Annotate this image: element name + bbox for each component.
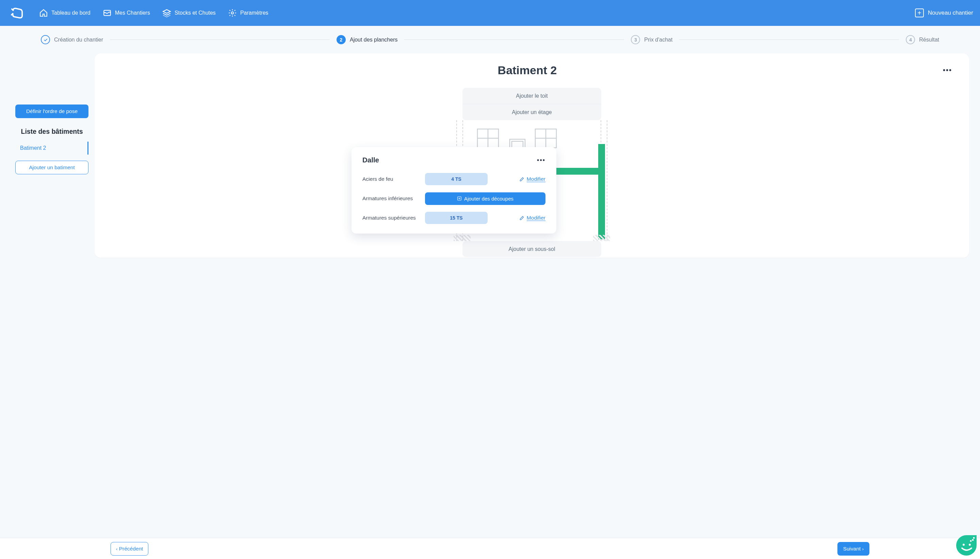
nav-projects[interactable]: Mes Chantiers: [103, 8, 150, 17]
slab-title: Dalle: [362, 156, 379, 164]
slab-panel: Dalle ••• Aciers de feu 4 TS Modifier Ar…: [351, 147, 556, 233]
new-project-button[interactable]: + Nouveau chantier: [915, 8, 973, 17]
svg-point-15: [972, 539, 974, 541]
app-header: Tableau de bord Mes Chantiers Stocks et …: [0, 0, 980, 26]
modify-upper-reinf-link[interactable]: Modifier: [519, 215, 546, 221]
add-roof-button[interactable]: Ajouter le toit: [462, 88, 601, 104]
plus-icon: +: [915, 8, 924, 17]
add-building-button[interactable]: Ajouter un batiment: [15, 161, 89, 174]
edit-icon: [519, 215, 525, 221]
add-floor-button[interactable]: Ajouter un étage: [462, 104, 601, 120]
plus-square-icon: [457, 196, 462, 201]
row-label: Armatures supérieures: [362, 215, 419, 221]
building-list-item[interactable]: Batiment 2: [15, 142, 89, 155]
slab-row-lower-reinf: Armatures inférieures Ajouter des découp…: [362, 192, 546, 205]
sidebar-title: Liste des bâtiments: [15, 128, 89, 136]
home-icon: [39, 8, 48, 17]
add-cuts-label: Ajouter des découpes: [464, 196, 513, 202]
step-line: [110, 40, 330, 40]
modify-label: Modifier: [527, 176, 546, 182]
nav-settings-label: Paramètres: [240, 10, 269, 16]
building-more-icon[interactable]: •••: [943, 66, 952, 74]
prev-label: Précédent: [119, 546, 143, 551]
define-order-button[interactable]: Définir l'ordre de pose: [15, 104, 89, 118]
upper-reinf-value[interactable]: 15 TS: [425, 212, 488, 224]
row-label: Armatures inférieures: [362, 195, 419, 202]
next-button[interactable]: Suivant ›: [837, 542, 869, 556]
new-project-label: Nouveau chantier: [928, 10, 973, 17]
nav-projects-label: Mes Chantiers: [115, 10, 150, 16]
slab-row-upper-reinf: Armatures supérieures 15 TS Modifier: [362, 212, 546, 224]
fire-steel-value[interactable]: 4 TS: [425, 173, 488, 185]
nav-settings[interactable]: Paramètres: [228, 8, 269, 17]
slab-more-icon[interactable]: •••: [537, 157, 546, 164]
step-4[interactable]: 4 Résultat: [906, 35, 939, 44]
step-line: [679, 40, 899, 40]
step-line: [404, 40, 624, 40]
svg-point-14: [970, 540, 972, 542]
floor-connector: [598, 144, 605, 239]
svg-point-16: [973, 537, 975, 539]
nav-stocks-label: Stocks et Chutes: [175, 10, 216, 16]
step-4-label: Résultat: [919, 37, 939, 43]
previous-button[interactable]: ‹ Précédent: [111, 542, 148, 556]
buildings-sidebar: Définir l'ordre de pose Liste des bâtime…: [0, 53, 95, 174]
step-2[interactable]: 2 Ajout des planchers: [337, 35, 398, 44]
app-logo[interactable]: [7, 3, 27, 23]
gear-icon: [228, 8, 237, 17]
wizard-footer: ‹ Précédent Suivant ›: [0, 538, 980, 559]
svg-point-17: [963, 544, 965, 546]
step-3-label: Prix d'achat: [644, 37, 672, 43]
projects-icon: [103, 8, 112, 17]
step-1[interactable]: Création du chantier: [41, 35, 103, 44]
ground-hatch: [593, 235, 610, 241]
edit-icon: [519, 177, 525, 182]
modify-label: Modifier: [527, 215, 546, 221]
step-2-label: Ajout des planchers: [350, 37, 398, 43]
nav-dashboard[interactable]: Tableau de bord: [39, 8, 91, 17]
logo-icon: [10, 7, 23, 20]
svg-point-18: [969, 544, 971, 546]
step-3-number: 3: [631, 35, 640, 44]
step-4-number: 4: [906, 35, 915, 44]
add-cuts-button[interactable]: Ajouter des découpes: [425, 192, 546, 205]
step-1-label: Création du chantier: [54, 37, 103, 43]
row-label: Aciers de feu: [362, 176, 419, 182]
building-title: Batiment 2: [112, 64, 943, 77]
svg-point-1: [231, 12, 234, 14]
step-2-number: 2: [337, 35, 346, 44]
add-basement-button[interactable]: Ajouter un sous-sol: [462, 241, 601, 257]
decorative-line: [607, 120, 607, 241]
next-label: Suivant: [843, 546, 861, 551]
step-3[interactable]: 3 Prix d'achat: [631, 35, 672, 44]
building-editor-card: Batiment 2 ••• Ajouter le toit Ajouter u…: [95, 53, 969, 258]
nav-dashboard-label: Tableau de bord: [51, 10, 91, 16]
stepper: Création du chantier 2 Ajout des planche…: [0, 26, 980, 53]
check-icon: [41, 35, 50, 44]
slab-row-fire-steel: Aciers de feu 4 TS Modifier: [362, 173, 546, 185]
nav-stocks[interactable]: Stocks et Chutes: [162, 8, 216, 17]
main-nav: Tableau de bord Mes Chantiers Stocks et …: [39, 8, 269, 17]
layers-icon: [162, 8, 171, 17]
chat-widget-button[interactable]: [956, 535, 977, 556]
modify-fire-steel-link[interactable]: Modifier: [519, 176, 546, 182]
ground-hatch: [454, 235, 470, 241]
chat-icon: [956, 535, 977, 556]
